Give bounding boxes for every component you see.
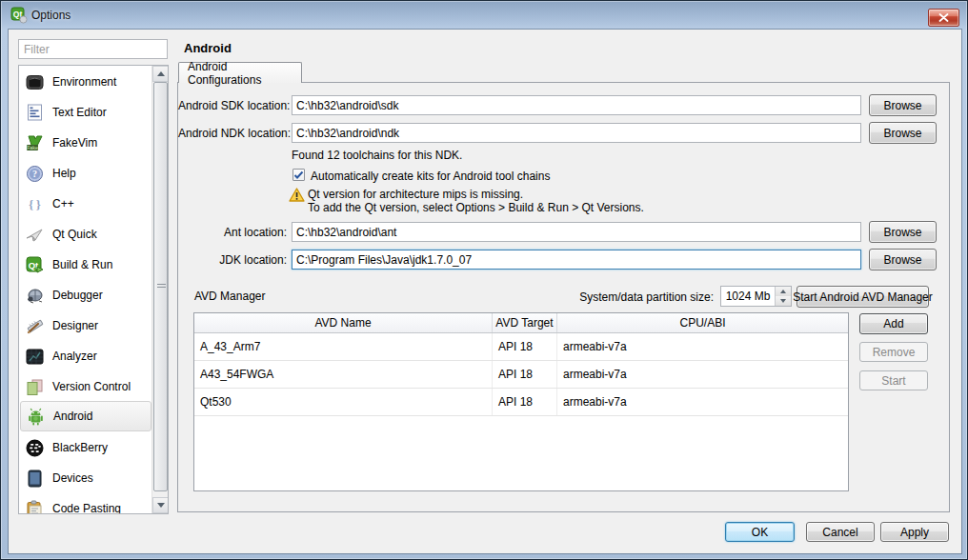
arrow-down-icon [157,503,165,508]
page-title: Android [184,41,232,55]
sdk-browse-button[interactable]: Browse [869,94,937,116]
cell-avd-target: API 18 [493,361,557,388]
arrow-down-icon [780,299,786,303]
cell-cpu-abi: armeabi-v7a [557,389,848,415]
close-button[interactable] [928,9,959,27]
cancel-button[interactable]: Cancel [806,522,875,542]
table-row[interactable]: Qt530 API 18 armeabi-v7a [194,389,848,416]
tab-label: Android Configurations [188,60,301,87]
sidebar-item-debugger[interactable]: Debugger [20,280,151,310]
column-label: AVD Target [495,316,553,330]
sidebar-item-devices[interactable]: Devices [20,463,151,493]
cell-avd-name: A_43_Arm7 [194,333,493,360]
cell-avd-name: Qt530 [194,389,493,415]
stepper-down-button[interactable] [775,296,791,306]
qt-creator-icon: Qt [10,7,28,24]
browse-button-label: Browse [883,226,921,239]
cell-avd-target: API 18 [493,333,557,360]
jdk-location-input[interactable] [292,250,861,270]
column-header-avd-name[interactable]: AVD Name [194,313,493,332]
sidebar-item-android[interactable]: Android [20,401,151,431]
start-avd-manager-label: Start Android AVD Manager [793,290,933,304]
warning-icon [289,188,305,205]
svg-text:{ }: { } [29,197,41,211]
sidebar-item-label: Help [52,167,76,180]
sidebar-item-blackberry[interactable]: BlackBerry [20,432,151,463]
checkmark-icon [293,170,304,180]
close-icon [938,13,949,22]
sidebar-item-label: Analyzer [52,350,97,363]
toolchains-note: Found 12 toolchains for this NDK. [292,149,462,162]
cell-cpu-abi: armeabi-v7a [557,333,848,360]
warning-line2: To add the Qt version, select Options > … [308,201,644,214]
partition-size-label: System/data partition size: [477,290,714,304]
stepper-up-button[interactable] [775,287,791,296]
window-title: Options [31,9,71,22]
sidebar-item-build-run[interactable]: Qt Build & Run [20,250,151,280]
sidebar-item-environment[interactable]: Environment [20,67,151,97]
cell-avd-target: API 18 [493,389,557,415]
sidebar-item-designer[interactable]: Designer [20,310,151,341]
remove-avd-button: Remove [859,342,928,362]
help-icon: ? [26,165,44,183]
filter-input[interactable] [18,39,168,59]
text-editor-icon [26,104,44,122]
sidebar-item-label: Text Editor [52,106,107,119]
table-row[interactable]: A_43_Arm7 API 18 armeabi-v7a [194,333,848,361]
partition-size-stepper[interactable] [720,286,792,307]
column-label: CPU/ABI [679,316,725,330]
scrollbar-thumb[interactable] [153,82,168,491]
sidebar-item-text-editor[interactable]: Text Editor [20,97,151,128]
start-avd-manager-button[interactable]: Start Android AVD Manager [797,286,929,308]
table-row[interactable]: A43_54FWGA API 18 armeabi-v7a [194,361,848,389]
arrow-up-icon [157,71,165,76]
svg-text:?: ? [32,169,37,179]
designer-icon [26,317,44,335]
scroll-up-button[interactable] [152,66,169,82]
sidebar-item-label: FakeVim [52,136,97,150]
stepper-buttons [775,287,791,306]
sidebar-item-analyzer[interactable]: Analyzer [20,341,151,371]
add-avd-button[interactable]: Add [859,313,928,334]
sidebar-item-code-pasting[interactable]: Code Pasting [20,493,151,514]
sidebar-scrollbar [151,66,168,513]
cancel-button-label: Cancel [822,526,857,539]
devices-icon [26,470,44,488]
ok-button[interactable]: OK [725,522,795,542]
column-label: AVD Name [314,316,371,330]
ndk-browse-button[interactable]: Browse [869,122,937,144]
sidebar-item-qt-quick[interactable]: Qt Quick [20,219,151,250]
version-control-icon [26,378,44,396]
auto-kits-checkbox[interactable] [292,169,305,181]
column-header-avd-target[interactable]: AVD Target [493,313,557,332]
auto-kits-checkbox-label: Automatically create kits for Android to… [311,170,550,183]
sidebar-item-label: Designer [52,319,98,332]
partition-size-value[interactable] [721,287,775,306]
tab-android-configurations[interactable]: Android Configurations [178,62,302,83]
cell-cpu-abi: armeabi-v7a [557,361,848,388]
environment-icon [26,73,44,91]
ndk-location-input[interactable] [292,123,861,143]
sidebar-item-cpp[interactable]: { } C++ [20,189,151,219]
apply-button[interactable]: Apply [880,522,949,542]
sidebar-item-label: Environment [52,75,116,89]
jdk-browse-button[interactable]: Browse [869,249,937,270]
sidebar-item-label: Debugger [52,289,103,302]
sidebar-item-label: Version Control [52,380,131,393]
sidebar-item-version-control[interactable]: Version Control [20,371,151,402]
cpp-icon: { } [26,195,44,213]
sdk-location-input[interactable] [292,95,861,115]
scroll-down-button[interactable] [152,497,169,513]
ant-location-label: Ant location: [178,226,287,239]
ok-button-label: OK [752,526,768,539]
sidebar-item-fakevim[interactable]: Fake FakeVim [20,128,151,158]
avd-manager-label: AVD Manager [194,290,265,303]
ant-browse-button[interactable]: Browse [869,221,937,243]
sidebar-item-help[interactable]: ? Help [20,158,151,189]
start-avd-button: Start [859,370,928,390]
titlebar[interactable]: Qt Options [1,1,967,30]
jdk-location-label: JDK location: [178,253,287,267]
ant-location-input[interactable] [292,222,861,242]
fakevim-icon: Fake [26,134,44,152]
column-header-cpu-abi[interactable]: CPU/ABI [557,313,848,332]
